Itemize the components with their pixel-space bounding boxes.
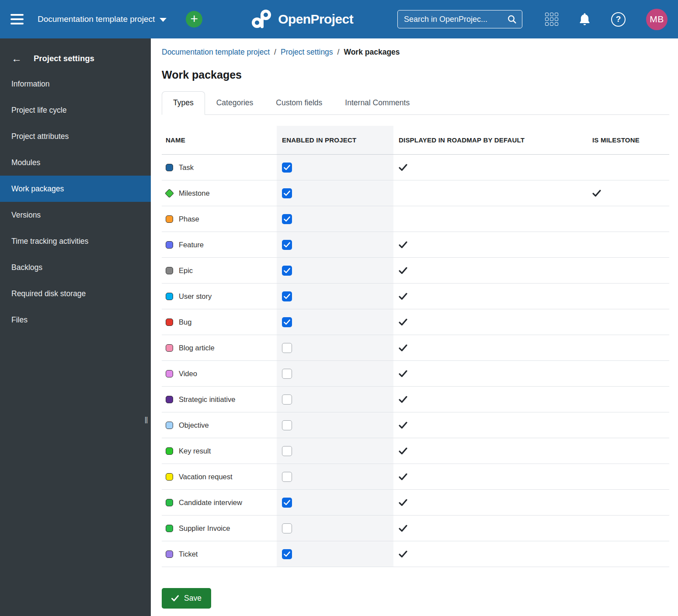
roadmap-cell xyxy=(393,438,590,464)
notifications-bell-icon[interactable] xyxy=(579,13,591,26)
help-icon[interactable]: ? xyxy=(611,12,626,27)
enabled-cell xyxy=(277,490,393,515)
back-arrow-icon[interactable]: ← xyxy=(11,53,22,64)
milestone-cell xyxy=(590,541,669,567)
enabled-checkbox[interactable] xyxy=(282,188,292,198)
enabled-checkbox[interactable] xyxy=(282,523,292,533)
type-name: Bug xyxy=(179,318,191,326)
type-name-cell: Objective xyxy=(162,412,277,438)
tab-types[interactable]: Types xyxy=(162,91,205,115)
type-row-ticket: Ticket xyxy=(162,541,669,567)
type-row-blog-article: Blog article xyxy=(162,335,669,361)
enabled-cell xyxy=(277,309,393,335)
enabled-checkbox[interactable] xyxy=(282,472,292,482)
type-row-vacation-request: Vacation request xyxy=(162,464,669,490)
sidebar-item-project-life-cycle[interactable]: Project life cycle xyxy=(0,97,151,123)
hamburger-menu-icon[interactable] xyxy=(10,14,24,24)
user-avatar[interactable]: MB xyxy=(646,9,668,30)
type-name-cell: Video xyxy=(162,361,277,386)
enabled-checkbox[interactable] xyxy=(282,317,292,327)
sidebar-item-files[interactable]: Files xyxy=(0,307,151,333)
roadmap-checkmark-icon xyxy=(399,499,407,506)
type-color-icon xyxy=(166,267,173,274)
roadmap-checkmark-icon xyxy=(399,267,407,274)
type-color-icon xyxy=(166,164,173,171)
sidebar-item-required-disk-storage[interactable]: Required disk storage xyxy=(0,280,151,307)
type-name-cell: Supplier Invoice xyxy=(162,516,277,541)
tab-bar: TypesCategoriesCustom fieldsInternal Com… xyxy=(162,91,669,115)
sidebar-item-modules[interactable]: Modules xyxy=(0,149,151,176)
table-header-row: NAMEENABLED IN PROJECTDISPLAYED IN ROADM… xyxy=(162,126,669,155)
add-button[interactable]: + xyxy=(186,11,202,28)
roadmap-checkmark-icon xyxy=(399,447,407,455)
checkbox-check-icon xyxy=(284,268,290,273)
enabled-checkbox[interactable] xyxy=(282,343,292,353)
tab-internal-comments[interactable]: Internal Comments xyxy=(334,91,421,114)
enabled-checkbox[interactable] xyxy=(282,549,292,559)
milestone-cell xyxy=(590,155,669,180)
project-selector-dropdown[interactable]: Documentation template project xyxy=(38,14,167,24)
type-color-icon xyxy=(166,215,173,223)
table-body: TaskMilestonePhaseFeatureEpicUser storyB… xyxy=(162,155,669,567)
enabled-cell xyxy=(277,464,393,489)
milestone-cell xyxy=(590,464,669,489)
enabled-checkbox[interactable] xyxy=(282,395,292,405)
openproject-logo-icon xyxy=(251,9,274,29)
breadcrumb-link-project-settings[interactable]: Project settings xyxy=(281,48,333,56)
enabled-checkbox[interactable] xyxy=(282,291,292,301)
checkbox-check-icon xyxy=(284,190,290,196)
roadmap-cell xyxy=(393,232,590,257)
enabled-checkbox[interactable] xyxy=(282,266,292,276)
openproject-logo[interactable]: OpenProject xyxy=(251,9,353,29)
column-header-enabled-in-project: ENABLED IN PROJECT xyxy=(277,126,393,154)
sidebar-item-backlogs[interactable]: Backlogs xyxy=(0,254,151,280)
enabled-checkbox[interactable] xyxy=(282,240,292,250)
type-name: Key result xyxy=(179,447,211,455)
enabled-checkbox[interactable] xyxy=(282,498,292,508)
type-name: Milestone xyxy=(179,189,210,197)
type-color-icon xyxy=(166,396,173,403)
roadmap-cell xyxy=(393,516,590,541)
roadmap-cell xyxy=(393,180,590,206)
enabled-cell xyxy=(277,206,393,232)
type-row-candidate-interview: Candidate interview xyxy=(162,490,669,516)
enabled-checkbox[interactable] xyxy=(282,214,292,224)
type-name-cell: Blog article xyxy=(162,335,277,360)
page-title: Work packages xyxy=(162,69,669,81)
sidebar-item-time-tracking-activities[interactable]: Time tracking activities xyxy=(0,228,151,254)
column-header-displayed-in-roadmap-by-default: DISPLAYED IN ROADMAP BY DEFAULT xyxy=(393,126,590,154)
type-row-task: Task xyxy=(162,155,669,180)
enabled-cell xyxy=(277,284,393,309)
type-color-icon xyxy=(166,241,173,249)
breadcrumb-link-documentation-template-project[interactable]: Documentation template project xyxy=(162,48,270,56)
checkbox-check-icon xyxy=(284,500,290,505)
enabled-checkbox[interactable] xyxy=(282,369,292,379)
type-name: Task xyxy=(179,163,194,172)
sidebar-item-information[interactable]: Information xyxy=(0,71,151,97)
enabled-checkbox[interactable] xyxy=(282,446,292,456)
tab-custom-fields[interactable]: Custom fields xyxy=(264,91,334,114)
type-name: Feature xyxy=(179,241,204,249)
type-name: Supplier Invoice xyxy=(179,524,230,533)
search-input[interactable] xyxy=(403,14,507,24)
sidebar-item-versions[interactable]: Versions xyxy=(0,202,151,228)
sidebar-item-work-packages[interactable]: Work packages xyxy=(0,176,151,202)
roadmap-checkmark-icon xyxy=(399,164,407,171)
save-button[interactable]: Save xyxy=(162,588,211,609)
sidebar-resize-handle[interactable]: ‖ xyxy=(144,415,148,426)
chevron-down-icon xyxy=(160,18,167,22)
global-search[interactable] xyxy=(397,10,522,28)
question-mark-glyph: ? xyxy=(616,14,621,24)
milestone-cell xyxy=(590,206,669,232)
enabled-checkbox[interactable] xyxy=(282,163,292,173)
breadcrumb: Documentation template project/Project s… xyxy=(162,48,669,57)
milestone-cell xyxy=(590,412,669,438)
modules-grid-icon[interactable] xyxy=(545,13,558,26)
tab-categories[interactable]: Categories xyxy=(205,91,265,114)
sidebar-item-project-attributes[interactable]: Project attributes xyxy=(0,123,151,149)
enabled-checkbox[interactable] xyxy=(282,420,292,430)
enabled-cell xyxy=(277,258,393,283)
type-color-icon xyxy=(166,473,173,481)
roadmap-cell xyxy=(393,309,590,335)
type-name-cell: Ticket xyxy=(162,541,277,567)
